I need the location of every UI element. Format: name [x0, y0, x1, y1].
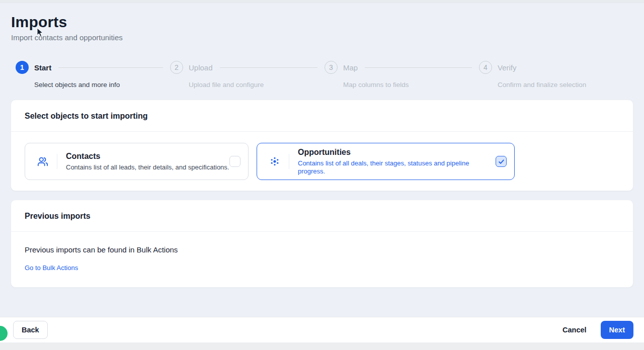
- stepper-step-verify: 4 Verify Confirm and finalize selection: [479, 61, 633, 89]
- step-description: Upload file and configure: [189, 80, 325, 89]
- stepper-step-start: 1 Start Select objects and more info: [16, 61, 170, 89]
- back-button[interactable]: Back: [13, 321, 48, 339]
- step-label: Upload: [189, 63, 213, 72]
- stepper-step-upload: 2 Upload Upload file and configure: [170, 61, 325, 89]
- burst-icon: [269, 156, 280, 167]
- imports-page: { "header": { "title": "Imports", "subti…: [0, 0, 644, 350]
- page-subtitle: Import contacts and opportunities: [11, 33, 633, 43]
- step-description: Map columns to fields: [343, 80, 479, 89]
- page-title: Imports: [11, 13, 633, 31]
- step-connector-line: [58, 67, 163, 68]
- previous-imports-header: Previous imports: [11, 200, 633, 232]
- step-number-badge: 2: [170, 61, 183, 74]
- step-number-badge: 3: [325, 61, 338, 74]
- previous-imports-text: Previous imports can be found in Bulk Ac…: [25, 245, 619, 254]
- option-title: Opportunities: [298, 147, 496, 157]
- select-objects-heading: Select objects to start importing: [25, 112, 619, 121]
- option-card-contacts[interactable]: Contacts Contains list of all leads, the…: [25, 143, 249, 180]
- users-icon: [37, 156, 48, 167]
- select-objects-section: Select objects to start importing Contac…: [11, 100, 633, 191]
- next-button[interactable]: Next: [601, 321, 633, 339]
- cancel-button[interactable]: Cancel: [560, 321, 589, 338]
- opportunities-checkbox[interactable]: [496, 156, 507, 167]
- go-to-bulk-actions-link[interactable]: Go to Bulk Actions: [25, 264, 78, 272]
- step-number-badge: 1: [16, 61, 29, 74]
- previous-imports-heading: Previous imports: [25, 212, 619, 221]
- contacts-checkbox[interactable]: [229, 156, 240, 167]
- window-bottom-strip: [0, 342, 644, 350]
- previous-imports-body: Previous imports can be found in Bulk Ac…: [11, 232, 633, 287]
- option-description: Contains list of all leads, their detail…: [66, 163, 229, 171]
- vertical-divider: [289, 154, 289, 169]
- option-title: Contacts: [66, 151, 229, 161]
- step-connector-line: [365, 67, 472, 68]
- stepper-step-map: 3 Map Map columns to fields: [325, 61, 479, 89]
- step-description: Confirm and finalize selection: [498, 80, 633, 89]
- vertical-divider: [57, 154, 57, 169]
- step-label: Map: [343, 63, 358, 72]
- page-header: Imports Import contacts and opportunitie…: [11, 3, 633, 43]
- previous-imports-section: Previous imports Previous imports can be…: [11, 200, 633, 288]
- option-card-opportunities[interactable]: Opportunities Contains list of all deals…: [257, 143, 515, 180]
- object-options-row: Contacts Contains list of all leads, the…: [11, 132, 633, 191]
- step-number-badge: 4: [479, 61, 492, 74]
- footer-action-bar: Back Cancel Next: [0, 317, 644, 342]
- step-label: Start: [34, 63, 51, 72]
- option-description: Contains list of all deals, their stages…: [298, 159, 496, 176]
- step-label: Verify: [498, 63, 517, 72]
- import-stepper: 1 Start Select objects and more info 2 U…: [16, 61, 633, 89]
- step-description: Select objects and more info: [34, 80, 170, 89]
- select-objects-header: Select objects to start importing: [11, 100, 633, 132]
- step-connector-line: [220, 67, 317, 68]
